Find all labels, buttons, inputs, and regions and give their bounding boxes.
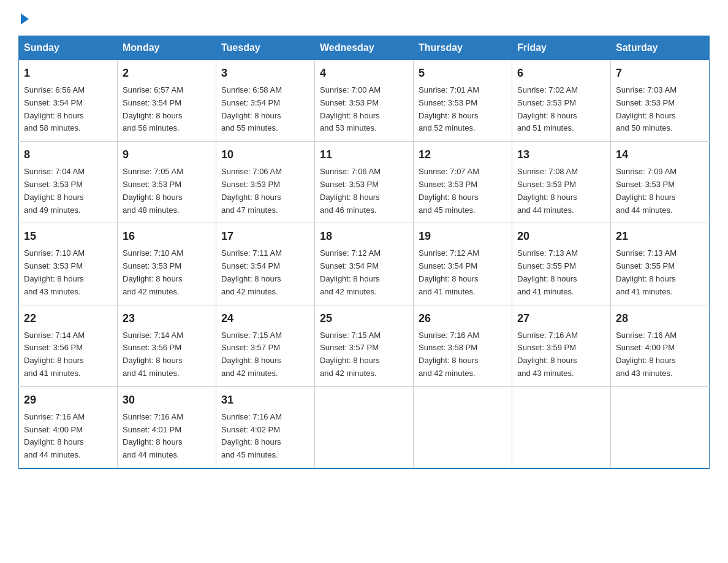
calendar-cell: 4Sunrise: 7:00 AMSunset: 3:53 PMDaylight… bbox=[315, 60, 414, 142]
header-monday: Monday bbox=[118, 36, 216, 60]
calendar-cell: 18Sunrise: 7:12 AMSunset: 3:54 PMDayligh… bbox=[315, 223, 414, 305]
day-number: 15 bbox=[24, 228, 112, 245]
calendar-cell: 7Sunrise: 7:03 AMSunset: 3:53 PMDaylight… bbox=[611, 60, 710, 142]
calendar-cell: 23Sunrise: 7:14 AMSunset: 3:56 PMDayligh… bbox=[118, 305, 216, 386]
day-number: 14 bbox=[616, 147, 704, 163]
day-info: Sunrise: 7:02 AMSunset: 3:53 PMDaylight:… bbox=[517, 84, 605, 135]
day-number: 22 bbox=[24, 310, 112, 327]
day-number: 31 bbox=[221, 392, 309, 408]
day-number: 8 bbox=[24, 147, 112, 163]
calendar-cell: 15Sunrise: 7:10 AMSunset: 3:53 PMDayligh… bbox=[19, 223, 118, 305]
day-number: 26 bbox=[419, 310, 507, 327]
calendar-cell: 17Sunrise: 7:11 AMSunset: 3:54 PMDayligh… bbox=[216, 223, 315, 305]
day-number: 20 bbox=[517, 228, 605, 245]
day-number: 27 bbox=[517, 310, 605, 327]
day-info: Sunrise: 7:10 AMSunset: 3:53 PMDaylight:… bbox=[123, 247, 211, 298]
day-number: 13 bbox=[517, 147, 605, 163]
header-friday: Friday bbox=[512, 36, 611, 60]
day-info: Sunrise: 7:15 AMSunset: 3:57 PMDaylight:… bbox=[221, 329, 309, 380]
calendar-cell: 24Sunrise: 7:15 AMSunset: 3:57 PMDayligh… bbox=[216, 305, 315, 386]
day-info: Sunrise: 7:12 AMSunset: 3:54 PMDaylight:… bbox=[320, 247, 408, 298]
day-info: Sunrise: 7:06 AMSunset: 3:53 PMDaylight:… bbox=[221, 166, 309, 216]
day-number: 28 bbox=[616, 310, 704, 327]
header-saturday: Saturday bbox=[611, 36, 710, 60]
calendar-week-2: 8Sunrise: 7:04 AMSunset: 3:53 PMDaylight… bbox=[19, 142, 710, 223]
day-number: 17 bbox=[221, 228, 309, 245]
day-info: Sunrise: 7:08 AMSunset: 3:53 PMDaylight:… bbox=[517, 166, 605, 216]
day-info: Sunrise: 7:03 AMSunset: 3:53 PMDaylight:… bbox=[616, 84, 704, 135]
day-info: Sunrise: 7:12 AMSunset: 3:54 PMDaylight:… bbox=[419, 247, 507, 298]
day-info: Sunrise: 6:58 AMSunset: 3:54 PMDaylight:… bbox=[221, 84, 309, 135]
day-info: Sunrise: 7:04 AMSunset: 3:53 PMDaylight:… bbox=[24, 166, 112, 216]
day-number: 9 bbox=[123, 147, 211, 163]
calendar-cell bbox=[611, 386, 710, 469]
calendar-cell bbox=[414, 386, 512, 469]
day-number: 24 bbox=[221, 310, 309, 327]
day-number: 25 bbox=[320, 310, 408, 327]
page-header bbox=[18, 12, 710, 23]
day-info: Sunrise: 7:09 AMSunset: 3:53 PMDaylight:… bbox=[616, 166, 704, 216]
day-info: Sunrise: 7:14 AMSunset: 3:56 PMDaylight:… bbox=[24, 329, 112, 380]
day-number: 11 bbox=[320, 147, 408, 163]
calendar-cell: 3Sunrise: 6:58 AMSunset: 3:54 PMDaylight… bbox=[216, 60, 315, 142]
calendar-week-3: 15Sunrise: 7:10 AMSunset: 3:53 PMDayligh… bbox=[19, 223, 710, 305]
calendar-table: SundayMondayTuesdayWednesdayThursdayFrid… bbox=[18, 36, 710, 469]
logo bbox=[18, 12, 29, 23]
calendar-cell: 29Sunrise: 7:16 AMSunset: 4:00 PMDayligh… bbox=[19, 386, 118, 469]
day-number: 5 bbox=[419, 65, 507, 82]
day-info: Sunrise: 7:07 AMSunset: 3:53 PMDaylight:… bbox=[419, 166, 507, 216]
calendar-cell: 31Sunrise: 7:16 AMSunset: 4:02 PMDayligh… bbox=[216, 386, 315, 469]
calendar-cell: 26Sunrise: 7:16 AMSunset: 3:58 PMDayligh… bbox=[414, 305, 512, 386]
calendar-cell: 21Sunrise: 7:13 AMSunset: 3:55 PMDayligh… bbox=[611, 223, 710, 305]
day-info: Sunrise: 7:16 AMSunset: 4:00 PMDaylight:… bbox=[616, 329, 704, 380]
calendar-cell: 11Sunrise: 7:06 AMSunset: 3:53 PMDayligh… bbox=[315, 142, 414, 223]
calendar-cell: 5Sunrise: 7:01 AMSunset: 3:53 PMDaylight… bbox=[414, 60, 512, 142]
header-wednesday: Wednesday bbox=[315, 36, 414, 60]
calendar-header-row: SundayMondayTuesdayWednesdayThursdayFrid… bbox=[19, 36, 710, 60]
calendar-cell bbox=[315, 386, 414, 469]
day-number: 2 bbox=[123, 65, 211, 82]
calendar-cell: 25Sunrise: 7:15 AMSunset: 3:57 PMDayligh… bbox=[315, 305, 414, 386]
day-info: Sunrise: 7:05 AMSunset: 3:53 PMDaylight:… bbox=[123, 166, 211, 216]
day-info: Sunrise: 7:10 AMSunset: 3:53 PMDaylight:… bbox=[24, 247, 112, 298]
calendar-cell: 28Sunrise: 7:16 AMSunset: 4:00 PMDayligh… bbox=[611, 305, 710, 386]
calendar-cell: 30Sunrise: 7:16 AMSunset: 4:01 PMDayligh… bbox=[118, 386, 216, 469]
header-thursday: Thursday bbox=[414, 36, 512, 60]
calendar-cell: 14Sunrise: 7:09 AMSunset: 3:53 PMDayligh… bbox=[611, 142, 710, 223]
day-info: Sunrise: 7:13 AMSunset: 3:55 PMDaylight:… bbox=[616, 247, 704, 298]
calendar-week-5: 29Sunrise: 7:16 AMSunset: 4:00 PMDayligh… bbox=[19, 386, 710, 469]
logo-triangle-icon bbox=[21, 13, 29, 25]
calendar-cell: 1Sunrise: 6:56 AMSunset: 3:54 PMDaylight… bbox=[19, 60, 118, 142]
calendar-cell: 9Sunrise: 7:05 AMSunset: 3:53 PMDaylight… bbox=[118, 142, 216, 223]
day-info: Sunrise: 7:13 AMSunset: 3:55 PMDaylight:… bbox=[517, 247, 605, 298]
header-tuesday: Tuesday bbox=[216, 36, 315, 60]
day-number: 18 bbox=[320, 228, 408, 245]
day-info: Sunrise: 7:14 AMSunset: 3:56 PMDaylight:… bbox=[123, 329, 211, 380]
day-number: 30 bbox=[123, 392, 211, 408]
day-number: 10 bbox=[221, 147, 309, 163]
day-number: 19 bbox=[419, 228, 507, 245]
day-info: Sunrise: 7:16 AMSunset: 4:02 PMDaylight:… bbox=[221, 411, 309, 462]
calendar-cell: 6Sunrise: 7:02 AMSunset: 3:53 PMDaylight… bbox=[512, 60, 611, 142]
day-info: Sunrise: 7:16 AMSunset: 4:01 PMDaylight:… bbox=[123, 411, 211, 462]
calendar-cell: 2Sunrise: 6:57 AMSunset: 3:54 PMDaylight… bbox=[118, 60, 216, 142]
calendar-cell: 13Sunrise: 7:08 AMSunset: 3:53 PMDayligh… bbox=[512, 142, 611, 223]
calendar-cell: 22Sunrise: 7:14 AMSunset: 3:56 PMDayligh… bbox=[19, 305, 118, 386]
day-number: 29 bbox=[24, 392, 112, 408]
calendar-week-1: 1Sunrise: 6:56 AMSunset: 3:54 PMDaylight… bbox=[19, 60, 710, 142]
day-number: 6 bbox=[517, 65, 605, 82]
day-info: Sunrise: 7:15 AMSunset: 3:57 PMDaylight:… bbox=[320, 329, 408, 380]
day-info: Sunrise: 7:00 AMSunset: 3:53 PMDaylight:… bbox=[320, 84, 408, 135]
day-info: Sunrise: 7:01 AMSunset: 3:53 PMDaylight:… bbox=[419, 84, 507, 135]
day-number: 3 bbox=[221, 65, 309, 82]
calendar-week-4: 22Sunrise: 7:14 AMSunset: 3:56 PMDayligh… bbox=[19, 305, 710, 386]
header-sunday: Sunday bbox=[19, 36, 118, 60]
calendar-cell: 8Sunrise: 7:04 AMSunset: 3:53 PMDaylight… bbox=[19, 142, 118, 223]
day-info: Sunrise: 6:56 AMSunset: 3:54 PMDaylight:… bbox=[24, 84, 112, 135]
calendar-cell: 27Sunrise: 7:16 AMSunset: 3:59 PMDayligh… bbox=[512, 305, 611, 386]
calendar-cell: 19Sunrise: 7:12 AMSunset: 3:54 PMDayligh… bbox=[414, 223, 512, 305]
day-number: 21 bbox=[616, 228, 704, 245]
day-info: Sunrise: 7:06 AMSunset: 3:53 PMDaylight:… bbox=[320, 166, 408, 216]
day-number: 16 bbox=[123, 228, 211, 245]
calendar-cell: 16Sunrise: 7:10 AMSunset: 3:53 PMDayligh… bbox=[118, 223, 216, 305]
